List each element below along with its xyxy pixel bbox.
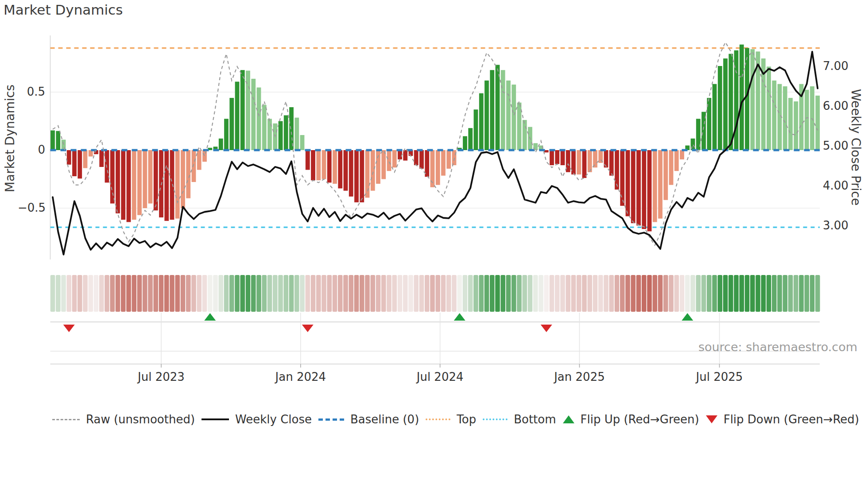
heatmap-cell [392, 275, 397, 312]
heatmap-cell [463, 275, 468, 312]
oscillator-bar [815, 96, 820, 150]
heatmap-cell [522, 275, 527, 312]
heatmap-cell [696, 275, 701, 312]
heatmap-cell [414, 275, 418, 312]
oscillator-bar [170, 150, 174, 220]
oscillator-bar [99, 150, 104, 167]
oscillator-bar [740, 45, 744, 150]
heatmap-cell [186, 275, 191, 312]
heatmap-cell [517, 275, 522, 312]
heatmap-cell [587, 275, 592, 312]
heatmap-cell [251, 275, 256, 312]
heatmap-cell [468, 275, 473, 312]
heatmap-cell [777, 275, 782, 312]
heatmap-cell [550, 275, 554, 312]
oscillator-bar [78, 150, 82, 178]
oscillator-bar [186, 150, 190, 198]
heatmap-cell [479, 275, 484, 312]
heatmap-cell [148, 275, 153, 312]
oscillator-bar [642, 150, 646, 229]
oscillator-bar [229, 98, 234, 150]
oscillator-bar [555, 150, 559, 164]
heatmap-cell [717, 275, 722, 312]
triangle-up-icon [563, 415, 574, 423]
heatmap-cell [739, 275, 744, 312]
heatmap-cell [761, 275, 766, 312]
oscillator-bar [72, 150, 77, 176]
oscillator-bar [626, 150, 630, 216]
heatmap-cell [181, 275, 186, 312]
x-tick-label: Jul 2024 [409, 370, 471, 383]
oscillator-bar [501, 70, 505, 150]
oscillator-bar [669, 150, 674, 185]
oscillator-bar [381, 150, 386, 179]
heatmap-cell [408, 275, 413, 312]
oscillator-bar [767, 66, 771, 150]
heatmap-cell [528, 275, 533, 312]
heatmap-cell [283, 275, 288, 312]
oscillator-bar [197, 150, 202, 170]
x-tick-label: Jul 2025 [689, 370, 751, 383]
heatmap-cell [652, 275, 657, 312]
heatmap-cell [72, 275, 77, 312]
oscillator-bar [322, 150, 326, 179]
legend-label: Weekly Close [235, 413, 312, 426]
oscillator-bar [550, 150, 554, 165]
oscillator-bar [474, 109, 478, 150]
heatmap-cell [658, 275, 663, 312]
oscillator-bar [240, 70, 245, 150]
heatmap-cell [490, 275, 495, 312]
heatmap-cell [159, 275, 164, 312]
oscillator-bar [349, 150, 353, 197]
heatmap-cell [804, 275, 809, 312]
legend-item-flip-up: Flip Up (Red→Green) [563, 413, 699, 426]
flip-up-marker [204, 313, 216, 321]
osc-y-tick-label: 0.5 [18, 85, 45, 98]
price-y-tick-label: 4.00 [823, 179, 849, 192]
oscillator-bar [175, 150, 180, 219]
heatmap-cell [533, 275, 538, 312]
oscillator-bar [788, 98, 793, 150]
oscillator-bar [300, 135, 305, 150]
heatmap-cell [208, 275, 213, 312]
legend-item-bottom: Bottom [483, 413, 556, 426]
legend-label: Baseline (0) [350, 413, 419, 426]
oscillator-bar [680, 150, 684, 159]
oscillator-bar [425, 150, 429, 177]
heatmap-cell [631, 275, 636, 312]
heatmap-cell [137, 275, 142, 312]
heatmap-cell [512, 275, 516, 312]
heatmap-cell [484, 275, 489, 312]
oscillator-bar [403, 150, 407, 161]
heatmap-cell [604, 275, 608, 312]
oscillator-bar [127, 150, 131, 222]
heatmap-cell [224, 275, 229, 312]
heatmap-cell [815, 275, 820, 312]
blue-dashed-line-icon [318, 418, 344, 421]
oscillator-bar [479, 93, 484, 150]
oscillator-bar [327, 150, 332, 182]
heatmap-cell [452, 275, 457, 312]
heatmap-cell [343, 275, 348, 312]
heatmap-cell [425, 275, 430, 312]
heatmap-cell [783, 275, 787, 312]
heatmap-cell [305, 275, 310, 312]
heatmap-cell [756, 275, 760, 312]
oscillator-bar [561, 150, 565, 165]
heatmap-cell [256, 275, 261, 312]
oscillator-bar [718, 66, 722, 150]
heatmap-cell [240, 275, 245, 312]
legend-item-flip-down: Flip Down (Green→Red) [706, 413, 859, 426]
oscillator-bar [713, 84, 717, 150]
legend-item-top: Top [426, 413, 476, 426]
oscillator-bar [430, 150, 435, 187]
legend-label: Flip Down (Green→Red) [724, 413, 859, 426]
heatmap-cell [577, 275, 581, 312]
oscillator-bar [316, 150, 321, 180]
heatmap-strip [50, 275, 820, 312]
oscillator-bar [148, 150, 153, 204]
osc-y-tick-label: −0.5 [18, 201, 45, 214]
heatmap-cell [197, 275, 202, 312]
oscillator-bar [414, 150, 418, 165]
legend-label: Raw (unsmoothed) [86, 413, 195, 426]
